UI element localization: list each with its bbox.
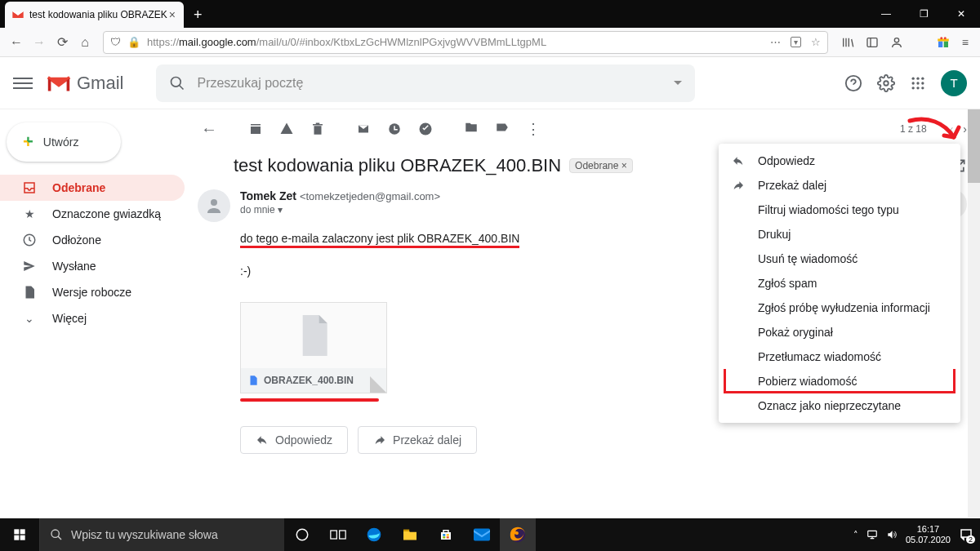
main-menu-button[interactable]: [13, 73, 33, 93]
tray-volume-icon[interactable]: [886, 529, 898, 540]
prev-message-button[interactable]: ‹: [950, 122, 954, 136]
nav-sent[interactable]: Wysłane: [0, 253, 185, 279]
attachment-card[interactable]: OBRAZEK_400.BIN: [240, 302, 387, 393]
gmail-logo[interactable]: Gmail: [46, 73, 123, 94]
delete-button[interactable]: [310, 122, 325, 136]
sender-avatar[interactable]: [198, 189, 230, 222]
compose-button[interactable]: + Utwórz: [7, 122, 121, 162]
gmail-header: Gmail T: [0, 57, 980, 109]
task-store-icon[interactable]: [428, 518, 464, 551]
bookmark-star-icon[interactable]: ☆: [811, 36, 821, 48]
reply-icon: [256, 433, 269, 447]
move-to-button[interactable]: [464, 120, 479, 138]
svg-rect-3: [944, 41, 948, 47]
new-tab-button[interactable]: +: [184, 2, 212, 28]
support-icon[interactable]: [844, 74, 862, 92]
tray-network-icon[interactable]: [866, 529, 878, 540]
report-spam-button[interactable]: [279, 122, 294, 136]
menu-download[interactable]: Pobierz wiadomość: [719, 369, 960, 393]
taskbar-search-placeholder: Wpisz tu wyszukiwane słowa: [71, 528, 218, 541]
tray-notifications-icon[interactable]: 2: [959, 527, 973, 542]
nav-inbox[interactable]: Odebrane: [0, 175, 185, 201]
sidebar-icon[interactable]: [866, 36, 879, 49]
reply-button[interactable]: Odpowiedz: [240, 426, 348, 454]
window-close-button[interactable]: ✕: [942, 0, 980, 28]
task-view-icon[interactable]: [320, 518, 356, 551]
labels-button[interactable]: [495, 120, 510, 138]
nav-forward-button[interactable]: →: [28, 31, 51, 54]
nav-back-button[interactable]: ←: [5, 31, 28, 54]
menu-unread[interactable]: Oznacz jako nieprzeczytane: [719, 393, 960, 418]
nav-home-button[interactable]: ⌂: [74, 31, 96, 54]
tracking-shield-icon[interactable]: 🛡: [110, 36, 121, 48]
menu-delete[interactable]: Usuń tę wiadomość: [719, 247, 960, 271]
task-cortana-icon[interactable]: [284, 518, 320, 551]
svg-point-16: [912, 87, 915, 89]
search-input[interactable]: [195, 75, 674, 91]
add-to-tasks-button[interactable]: [418, 122, 433, 136]
tray-chevron-up-icon[interactable]: ˄: [853, 530, 858, 540]
taskbar-search[interactable]: Wpisz tu wyszukiwane słowa: [39, 518, 284, 551]
next-message-button[interactable]: ›: [963, 122, 967, 136]
gmail-sidebar: + Utwórz Odebrane ★ Oznaczone gwiazdką O…: [0, 109, 185, 518]
more-actions-button[interactable]: ⋮: [526, 120, 541, 138]
browser-titlebar: test kodowania pliku OBRAZEK × + — ❐ ✕: [0, 0, 980, 28]
nav-reload-button[interactable]: ⟳: [51, 31, 74, 54]
scrollbar-thumb[interactable]: [968, 109, 980, 183]
menu-original[interactable]: Pokaż oryginał: [719, 320, 960, 344]
svg-point-6: [944, 37, 947, 39]
nav-snoozed[interactable]: Odłożone: [0, 227, 185, 253]
close-tab-icon[interactable]: ×: [167, 8, 177, 21]
mail-label-chip[interactable]: Odebrane ×: [569, 158, 633, 173]
back-to-inbox-button[interactable]: ←: [201, 120, 217, 139]
start-button[interactable]: [0, 528, 39, 541]
mark-unread-button[interactable]: [356, 122, 371, 136]
inbox-icon: [21, 180, 38, 195]
menu-phishing[interactable]: Zgłoś próbę wyłudzenia informacji: [719, 295, 960, 320]
menu-filter[interactable]: Filtruj wiadomości tego typu: [719, 198, 960, 222]
page-actions-icon[interactable]: ⋯: [770, 36, 781, 48]
svg-rect-4: [938, 38, 949, 41]
nav-drafts[interactable]: Wersje robocze: [0, 279, 185, 305]
page-scrollbar[interactable]: [968, 109, 980, 518]
archive-button[interactable]: [248, 122, 263, 136]
menu-forward[interactable]: Przekaż dalej: [719, 173, 960, 198]
task-firefox-icon[interactable]: [500, 518, 536, 551]
task-explorer-icon[interactable]: [392, 518, 428, 551]
search-options-icon[interactable]: [674, 81, 682, 85]
svg-point-18: [921, 87, 924, 89]
svg-rect-24: [20, 529, 25, 534]
chevron-down-icon: ▾: [278, 204, 283, 216]
search-box[interactable]: [156, 64, 695, 102]
mail-toolbar: ← ⋮ 1 z 18 ‹ ›: [185, 109, 967, 149]
settings-gear-icon[interactable]: [877, 74, 895, 92]
forward-icon: [732, 179, 745, 192]
menu-spam[interactable]: Zgłoś spam: [719, 271, 960, 295]
forward-button[interactable]: Przekaż dalej: [358, 426, 477, 454]
extension-gift-icon[interactable]: [936, 35, 951, 50]
task-edge-icon[interactable]: [356, 518, 392, 551]
recipient-line[interactable]: do mnie ▾: [240, 204, 440, 216]
url-path: /mail/u/0/#inbox/KtbxLzGcHWMlznlPGxjvgWV…: [256, 36, 546, 48]
nav-starred[interactable]: ★ Oznaczone gwiazdką: [0, 201, 185, 227]
library-icon[interactable]: [841, 36, 854, 49]
svg-rect-23: [14, 529, 19, 534]
menu-translate[interactable]: Przetłumacz wiadomość: [719, 344, 960, 369]
browser-tab[interactable]: test kodowania pliku OBRAZEK ×: [5, 2, 184, 28]
account-avatar[interactable]: T: [941, 70, 967, 96]
menu-reply[interactable]: Odpowiedz: [719, 149, 960, 173]
window-minimize-button[interactable]: —: [867, 0, 905, 28]
google-apps-icon[interactable]: [910, 75, 926, 91]
menu-print[interactable]: Drukuj: [719, 222, 960, 247]
reader-mode-icon[interactable]: ▾: [791, 37, 801, 47]
url-bar[interactable]: 🛡 🔒 https://mail.google.com/mail/u/0/#in…: [103, 31, 828, 54]
task-mail-icon[interactable]: [464, 518, 500, 551]
nav-more[interactable]: ⌄ Więcej: [0, 305, 185, 331]
svg-point-13: [912, 82, 915, 84]
account-icon[interactable]: [890, 36, 903, 49]
url-host: mail.google.com: [179, 36, 256, 48]
tray-clock[interactable]: 16:17 05.07.2020: [906, 524, 951, 545]
snooze-button[interactable]: [387, 122, 402, 136]
window-maximize-button[interactable]: ❐: [905, 0, 942, 28]
app-menu-icon[interactable]: ≡: [962, 36, 969, 49]
